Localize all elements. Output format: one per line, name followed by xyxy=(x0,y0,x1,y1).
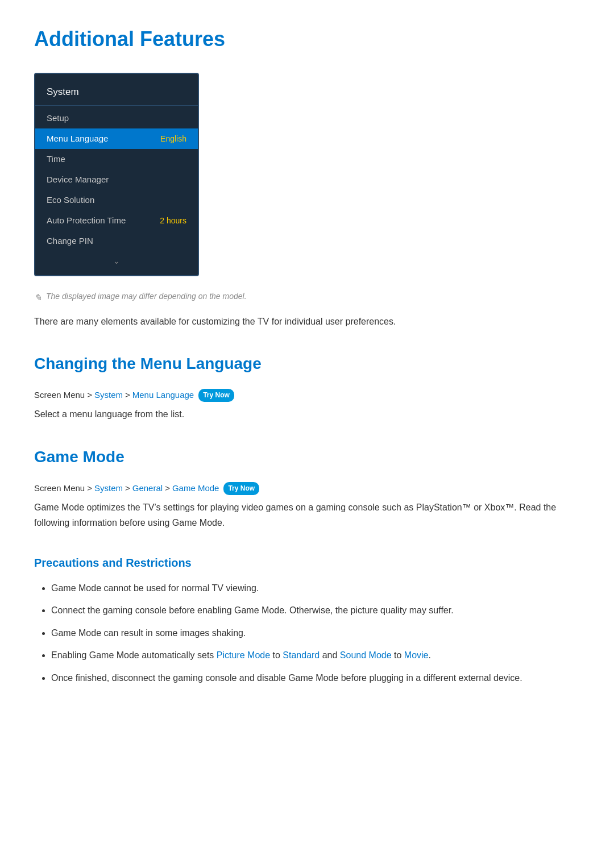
bullet-text: Connect the gaming console before enabli… xyxy=(51,605,454,615)
tv-menu-item-menu-language: Menu Language English xyxy=(35,128,198,149)
section-game-mode: Game Mode Screen Menu > System > General… xyxy=(34,445,580,685)
breadcrumb-static: Screen Menu xyxy=(34,481,85,495)
link-standard: Standard xyxy=(283,650,320,660)
list-item: Once finished, disconnect the gaming con… xyxy=(51,671,580,686)
note-text: The displayed image may differ depending… xyxy=(46,290,247,302)
link-movie: Movie xyxy=(404,650,429,660)
breadcrumb-static: Screen Menu xyxy=(34,388,85,402)
try-now-badge-2[interactable]: Try Now xyxy=(223,482,259,495)
try-now-badge[interactable]: Try Now xyxy=(198,389,234,402)
bullet-text-mid3: to xyxy=(392,650,404,660)
breadcrumb-sep2: > xyxy=(125,481,130,495)
breadcrumb-sep1: > xyxy=(87,388,92,402)
intro-text: There are many elements available for cu… xyxy=(34,314,580,329)
precautions-title: Precautions and Restrictions xyxy=(34,554,580,574)
bullet-text: Game Mode cannot be used for normal TV v… xyxy=(51,583,259,593)
tv-menu-item-auto-protection: Auto Protection Time 2 hours xyxy=(35,210,198,231)
tv-menu-item-value: English xyxy=(160,132,186,145)
breadcrumb-link-system: System xyxy=(94,481,123,495)
bullet-text: Enabling Game Mode automatically sets xyxy=(51,650,217,660)
section1-description: Select a menu language from the list. xyxy=(34,406,580,422)
tv-menu-item-device-manager: Device Manager xyxy=(35,169,198,190)
list-item: Game Mode can result in some images shak… xyxy=(51,626,580,641)
tv-menu-item-label: Change PIN xyxy=(47,234,93,248)
model-note: ✎ The displayed image may differ dependi… xyxy=(34,290,580,305)
breadcrumb-link-menu-language: Menu Language xyxy=(132,388,194,402)
list-item: Enabling Game Mode automatically sets Pi… xyxy=(51,648,580,663)
pencil-icon: ✎ xyxy=(34,290,42,305)
section-changing-menu-language: Changing the Menu Language Screen Menu >… xyxy=(34,351,580,422)
section1-title: Changing the Menu Language xyxy=(34,351,580,379)
tv-menu-item-label: Menu Language xyxy=(47,132,108,146)
bullet-text: Once finished, disconnect the gaming con… xyxy=(51,673,522,683)
bullet-text: Game Mode can result in some images shak… xyxy=(51,628,246,638)
tv-menu-chevron-icon: ⌄ xyxy=(35,251,198,269)
tv-menu-item-time: Time xyxy=(35,149,198,169)
tv-menu-item-label: Device Manager xyxy=(47,173,109,186)
tv-menu-item-label: Time xyxy=(47,152,65,166)
link-picture-mode: Picture Mode xyxy=(217,650,270,660)
list-item: Game Mode cannot be used for normal TV v… xyxy=(51,581,580,596)
breadcrumb-sep1: > xyxy=(87,481,92,495)
tv-menu-item-label: Auto Protection Time xyxy=(47,214,126,227)
tv-menu-item-setup: Setup xyxy=(35,108,198,128)
precautions-list: Game Mode cannot be used for normal TV v… xyxy=(34,581,580,686)
link-sound-mode: Sound Mode xyxy=(340,650,392,660)
breadcrumb-link-general: General xyxy=(132,481,163,495)
bullet-text-end: . xyxy=(429,650,431,660)
breadcrumb-sep2: > xyxy=(125,388,130,402)
section1-breadcrumb: Screen Menu > System > Menu Language Try… xyxy=(34,388,580,402)
tv-menu-item-eco-solution: Eco Solution xyxy=(35,190,198,210)
tv-menu-title: System xyxy=(35,82,198,106)
section2-description: Game Mode optimizes the TV’s settings fo… xyxy=(34,500,580,530)
bullet-text-mid: to xyxy=(270,650,283,660)
tv-menu-item-change-pin: Change PIN xyxy=(35,231,198,251)
section2-breadcrumb: Screen Menu > System > General > Game Mo… xyxy=(34,481,580,495)
breadcrumb-sep3: > xyxy=(165,481,170,495)
page-title: Additional Features xyxy=(34,23,580,56)
tv-menu-item-label: Setup xyxy=(47,111,69,125)
tv-menu-screenshot: System Setup Menu Language English Time … xyxy=(34,73,199,277)
breadcrumb-link-system: System xyxy=(94,388,123,402)
precautions-subsection: Precautions and Restrictions Game Mode c… xyxy=(34,554,580,686)
section2-title: Game Mode xyxy=(34,445,580,472)
breadcrumb-link-game-mode: Game Mode xyxy=(172,481,219,495)
list-item: Connect the gaming console before enabli… xyxy=(51,603,580,618)
tv-menu-item-label: Eco Solution xyxy=(47,193,94,207)
tv-menu-item-value: 2 hours xyxy=(160,214,186,227)
bullet-text-mid2: and xyxy=(320,650,340,660)
